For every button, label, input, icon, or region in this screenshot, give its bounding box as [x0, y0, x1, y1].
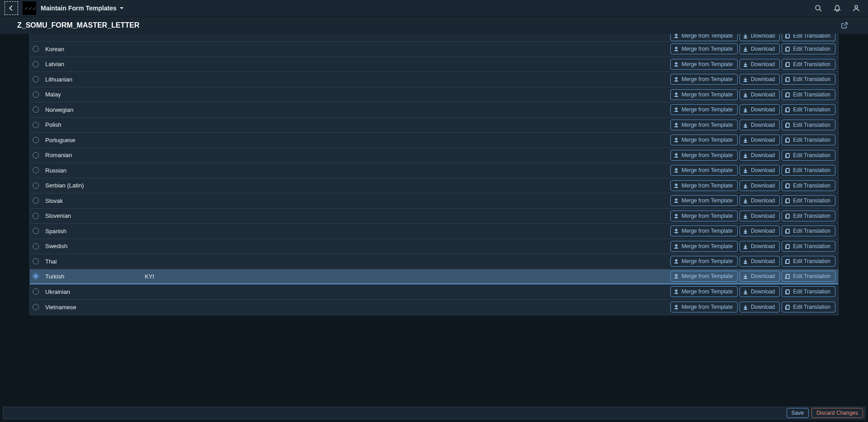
merge-from-template-button[interactable]: Merge from Template	[670, 165, 738, 176]
edit-translation-button[interactable]: Edit Translation	[782, 43, 835, 54]
merge-from-template-button[interactable]: Merge from Template	[670, 241, 738, 252]
table-row[interactable]: KoreanMerge from TemplateDownloadEdit Tr…	[30, 42, 838, 57]
row-radio[interactable]	[33, 304, 39, 310]
search-button[interactable]	[811, 1, 825, 15]
edit-translation-button[interactable]: Edit Translation	[782, 302, 835, 312]
table-row[interactable]: LithuanianMerge from TemplateDownloadEdi…	[30, 72, 838, 87]
merge-from-template-button[interactable]: Merge from Template	[670, 256, 738, 267]
download-button[interactable]: Download	[740, 256, 780, 267]
edit-translation-button[interactable]: Edit Translation	[782, 150, 835, 161]
merge-from-template-button[interactable]: Merge from Template	[670, 34, 738, 41]
row-radio[interactable]	[33, 137, 39, 143]
download-button[interactable]: Download	[740, 59, 780, 70]
row-radio[interactable]	[33, 228, 39, 234]
table-row[interactable]: PortugueseMerge from TemplateDownloadEdi…	[30, 133, 838, 148]
row-radio[interactable]	[33, 213, 39, 219]
merge-from-template-button[interactable]: Merge from Template	[670, 43, 738, 54]
edit-translation-button[interactable]: Edit Translation	[782, 211, 835, 221]
download-button[interactable]: Download	[740, 104, 780, 115]
row-radio[interactable]	[33, 167, 39, 173]
merge-from-template-button[interactable]: Merge from Template	[670, 195, 738, 206]
edit-translation-button[interactable]: Edit Translation	[782, 89, 835, 100]
download-button[interactable]: Download	[740, 134, 780, 145]
row-radio[interactable]	[33, 182, 39, 189]
table-row[interactable]: PolishMerge from TemplateDownloadEdit Tr…	[30, 118, 838, 133]
save-button[interactable]: Save	[787, 408, 809, 418]
table-row[interactable]: SpanishMerge from TemplateDownloadEdit T…	[30, 224, 838, 239]
edit-translation-button[interactable]: Edit Translation	[782, 195, 835, 206]
merge-from-template-button[interactable]: Merge from Template	[670, 271, 738, 282]
edit-translation-button[interactable]: Edit Translation	[782, 34, 835, 41]
row-radio[interactable]	[33, 288, 39, 295]
download-button[interactable]: Download	[740, 225, 780, 236]
download-button[interactable]: Download	[740, 34, 780, 41]
edit-translation-button[interactable]: Edit Translation	[782, 286, 835, 297]
notifications-button[interactable]	[830, 1, 844, 15]
row-radio[interactable]	[33, 76, 39, 82]
merge-from-template-button[interactable]: Merge from Template	[670, 89, 738, 100]
download-button[interactable]: Download	[740, 120, 780, 130]
row-radio[interactable]	[33, 152, 39, 158]
merge-from-template-button[interactable]: Merge from Template	[670, 211, 738, 221]
table-row[interactable]: TurkishKYIMerge from TemplateDownloadEdi…	[30, 269, 838, 285]
table-row[interactable]: RussianMerge from TemplateDownloadEdit T…	[30, 163, 838, 178]
merge-from-template-button[interactable]: Merge from Template	[670, 180, 738, 191]
discard-changes-button[interactable]: Discard Changes	[811, 408, 863, 418]
edit-translation-button[interactable]: Edit Translation	[782, 74, 835, 85]
merge-from-template-button[interactable]: Merge from Template	[670, 120, 738, 130]
merge-from-template-button[interactable]: Merge from Template	[670, 302, 738, 312]
table-row[interactable]: RomanianMerge from TemplateDownloadEdit …	[30, 148, 838, 163]
row-radio[interactable]	[33, 61, 39, 67]
row-radio[interactable]	[33, 46, 39, 52]
row-radio[interactable]	[33, 258, 39, 264]
download-button[interactable]: Download	[740, 43, 780, 54]
edit-translation-button[interactable]: Edit Translation	[782, 59, 835, 70]
app-title-dropdown[interactable]: Maintain Form Templates	[41, 5, 124, 12]
table-row[interactable]: ThaiMerge from TemplateDownloadEdit Tran…	[30, 254, 838, 269]
edit-translation-button[interactable]: Edit Translation	[782, 271, 835, 282]
edit-translation-button[interactable]: Edit Translation	[782, 104, 835, 115]
merge-from-template-button[interactable]: Merge from Template	[670, 59, 738, 70]
share-button[interactable]	[838, 19, 851, 32]
download-button[interactable]: Download	[740, 211, 780, 221]
edit-translation-button[interactable]: Edit Translation	[782, 256, 835, 267]
edit-translation-button[interactable]: Edit Translation	[782, 180, 835, 191]
merge-from-template-button[interactable]: Merge from Template	[670, 104, 738, 115]
download-button[interactable]: Download	[740, 150, 780, 161]
table-row[interactable]: MalayMerge from TemplateDownloadEdit Tra…	[30, 87, 838, 103]
row-radio[interactable]	[33, 91, 39, 98]
table-row[interactable]: SwedishMerge from TemplateDownloadEdit T…	[30, 239, 838, 254]
download-button[interactable]: Download	[740, 180, 780, 191]
edit-translation-button[interactable]: Edit Translation	[782, 134, 835, 145]
table-row[interactable]: SlovakMerge from TemplateDownloadEdit Tr…	[30, 193, 838, 209]
download-button[interactable]: Download	[740, 271, 780, 282]
merge-from-template-button[interactable]: Merge from Template	[670, 134, 738, 145]
download-button[interactable]: Download	[740, 286, 780, 297]
download-button[interactable]: Download	[740, 302, 780, 312]
user-button[interactable]	[849, 1, 863, 15]
table-row[interactable]: SlovenianMerge from TemplateDownloadEdit…	[30, 209, 838, 224]
table-row[interactable]: LatvianMerge from TemplateDownloadEdit T…	[30, 57, 838, 72]
download-button[interactable]: Download	[740, 195, 780, 206]
table-row[interactable]: UkrainianMerge from TemplateDownloadEdit…	[30, 284, 838, 300]
table-row[interactable]: Merge from TemplateDownloadEdit Translat…	[30, 34, 838, 42]
row-radio[interactable]	[33, 122, 39, 128]
download-button[interactable]: Download	[740, 165, 780, 176]
row-radio[interactable]	[33, 243, 39, 249]
edit-translation-button[interactable]: Edit Translation	[782, 225, 835, 236]
row-radio[interactable]	[33, 106, 39, 113]
download-button[interactable]: Download	[740, 74, 780, 85]
edit-translation-button[interactable]: Edit Translation	[782, 165, 835, 176]
table-row[interactable]: Serbian (Latin)Merge from TemplateDownlo…	[30, 178, 838, 194]
edit-translation-button[interactable]: Edit Translation	[782, 120, 835, 130]
merge-from-template-button[interactable]: Merge from Template	[670, 225, 738, 236]
row-radio[interactable]	[33, 197, 39, 204]
download-button[interactable]: Download	[740, 241, 780, 252]
edit-translation-button[interactable]: Edit Translation	[782, 241, 835, 252]
table-row[interactable]: VietnameseMerge from TemplateDownloadEdi…	[30, 300, 838, 315]
merge-from-template-button[interactable]: Merge from Template	[670, 150, 738, 161]
back-button[interactable]	[5, 1, 18, 15]
row-radio[interactable]	[33, 273, 39, 279]
download-button[interactable]: Download	[740, 89, 780, 100]
merge-from-template-button[interactable]: Merge from Template	[670, 286, 738, 297]
